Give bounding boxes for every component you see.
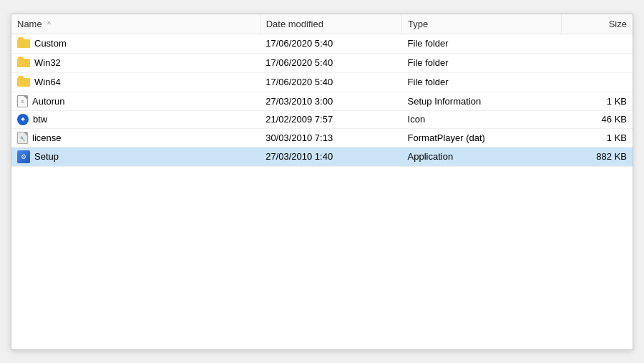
table-row[interactable]: ⌖btw21/02/2009 7:57Icon46 KB <box>11 110 633 128</box>
file-name-cell: ≡ Autorun <box>11 92 260 110</box>
file-name-cell: Win32 <box>11 53 260 72</box>
autorun-icon: ≡ <box>17 95 28 107</box>
col-header-size[interactable]: Size <box>562 14 633 34</box>
file-size <box>562 72 633 92</box>
table-row[interactable]: Win3217/06/2020 5:40File folder <box>11 53 633 72</box>
file-date: 17/06/2020 5:40 <box>260 53 401 72</box>
file-size: 882 KB <box>562 147 633 166</box>
file-name-cell: 🔧 license <box>11 128 260 147</box>
file-name: Win32 <box>34 57 61 68</box>
col-header-name[interactable]: Name ^ <box>11 14 260 34</box>
file-name: btw <box>33 114 47 125</box>
table-row[interactable]: Win6417/06/2020 5:40File folder <box>11 72 633 92</box>
file-type: Application <box>402 147 562 166</box>
file-date: 27/03/2010 1:40 <box>260 147 401 166</box>
file-type: FormatPlayer (dat) <box>402 128 562 147</box>
license-icon: 🔧 <box>17 132 28 144</box>
file-date: 30/03/2010 7:13 <box>260 128 401 147</box>
file-size: 1 KB <box>562 128 633 147</box>
file-size <box>562 34 633 53</box>
file-name: Win64 <box>34 77 61 87</box>
folder-icon <box>17 57 30 69</box>
table-row[interactable]: ≡ Autorun27/03/2010 3:00Setup Informatio… <box>11 92 633 110</box>
file-date: 21/02/2009 7:57 <box>260 110 401 128</box>
bluetooth-icon: ⌖ <box>17 114 29 125</box>
file-date: 17/06/2020 5:40 <box>260 72 401 92</box>
file-name: license <box>32 132 61 143</box>
file-name: Setup <box>34 151 59 162</box>
sort-arrow-icon: ^ <box>47 21 51 29</box>
folder-icon <box>17 76 30 89</box>
file-name-cell: Custom <box>11 34 260 53</box>
file-list: Name ^ Date modified Type Size <box>11 14 633 349</box>
file-date: 27/03/2010 3:00 <box>260 92 401 110</box>
file-size: 46 KB <box>562 110 633 128</box>
table-row[interactable]: ⚙Setup27/03/2010 1:40Application882 KB <box>11 147 633 166</box>
file-name-cell: Win64 <box>11 72 260 92</box>
table-row[interactable]: 🔧 license30/03/2010 7:13FormatPlayer (da… <box>11 128 633 147</box>
file-name-cell: ⚙Setup <box>11 147 260 166</box>
file-type: Setup Information <box>402 92 562 110</box>
file-name: Custom <box>34 38 67 49</box>
file-type: Icon <box>402 110 562 128</box>
folder-icon <box>17 37 30 50</box>
file-size: 1 KB <box>562 92 633 110</box>
file-size <box>562 53 633 72</box>
table-row[interactable]: Custom17/06/2020 5:40File folder <box>11 34 633 53</box>
file-date: 17/06/2020 5:40 <box>260 34 401 53</box>
file-explorer-window: Name ^ Date modified Type Size <box>11 14 633 350</box>
col-header-date[interactable]: Date modified <box>260 14 401 34</box>
file-name: Autorun <box>32 96 65 107</box>
file-type: File folder <box>402 72 562 92</box>
col-header-type[interactable]: Type <box>402 14 562 34</box>
file-type: File folder <box>402 53 562 72</box>
setup-icon: ⚙ <box>17 150 30 163</box>
file-type: File folder <box>402 34 562 53</box>
file-name-cell: ⌖btw <box>11 110 260 128</box>
